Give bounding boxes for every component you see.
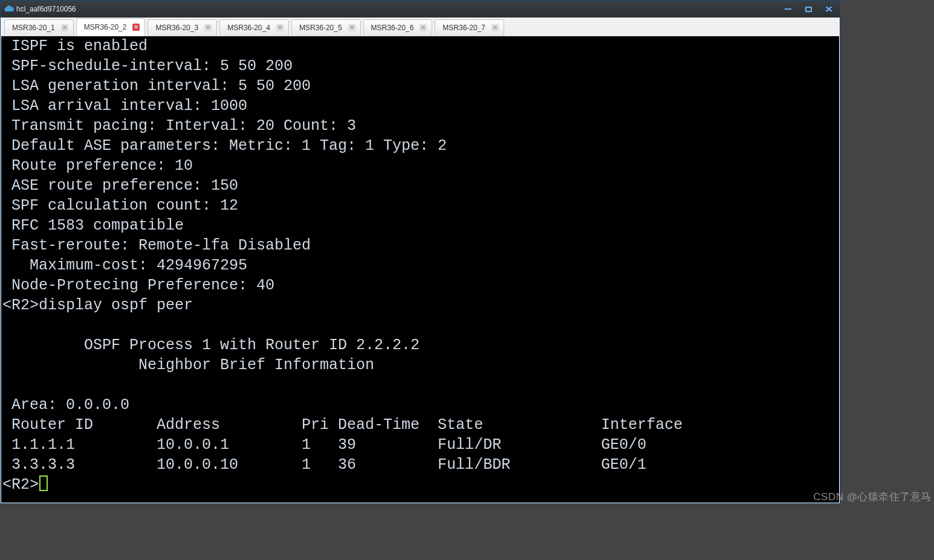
window-title: hcl_aaf6d9710056: [16, 1, 76, 18]
tab-MSR36-20_1[interactable]: MSR36-20_1✕: [4, 19, 74, 36]
tab-close-icon[interactable]: ✕: [420, 24, 427, 31]
app-window: hcl_aaf6d9710056 ✕ MSR36-20_1✕MSR36-20_2…: [0, 0, 840, 504]
terminal-output[interactable]: ISPF is enabled SPF-schedule-interval: 5…: [1, 36, 839, 495]
tab-MSR36-20_5[interactable]: MSR36-20_5✕: [291, 19, 361, 36]
tab-label: MSR36-20_7: [443, 24, 485, 32]
titlebar: hcl_aaf6d9710056 ✕: [1, 1, 840, 18]
tab-close-icon[interactable]: ✕: [348, 24, 355, 31]
tab-close-icon[interactable]: ✕: [491, 24, 499, 31]
tab-MSR36-20_2[interactable]: MSR36-20_2✕: [76, 18, 146, 36]
tab-MSR36-20_6[interactable]: MSR36-20_6✕: [363, 19, 433, 36]
tab-MSR36-20_4[interactable]: MSR36-20_4✕: [219, 19, 289, 36]
tab-label: MSR36-20_1: [12, 24, 55, 32]
tab-close-icon[interactable]: ✕: [204, 24, 212, 31]
minimize-button[interactable]: [778, 2, 797, 16]
terminal-scroll-area[interactable]: ISPF is enabled SPF-schedule-interval: 5…: [1, 36, 839, 503]
tab-close-icon[interactable]: ✕: [276, 24, 284, 31]
tab-label: MSR36-20_2: [84, 23, 127, 31]
tab-MSR36-20_3[interactable]: MSR36-20_3✕: [148, 19, 217, 36]
tab-close-icon[interactable]: ✕: [132, 24, 140, 31]
minimize-icon: [785, 8, 791, 10]
tab-label: MSR36-20_6: [371, 24, 414, 32]
close-button[interactable]: ✕: [819, 2, 838, 16]
maximize-icon: [805, 7, 812, 12]
close-icon: ✕: [825, 5, 833, 13]
tab-close-icon[interactable]: ✕: [61, 24, 68, 31]
app-icon: [4, 4, 14, 14]
tab-bar: MSR36-20_1✕MSR36-20_2✕MSR36-20_3✕MSR36-2…: [1, 18, 840, 36]
tab-label: MSR36-20_4: [227, 24, 270, 32]
tab-label: MSR36-20_3: [155, 24, 198, 32]
window-controls: ✕: [778, 1, 840, 18]
tab-MSR36-20_7[interactable]: MSR36-20_7✕: [435, 19, 504, 36]
maximize-button[interactable]: [799, 2, 818, 16]
terminal-cursor: [39, 475, 48, 491]
tab-label: MSR36-20_5: [299, 24, 342, 32]
